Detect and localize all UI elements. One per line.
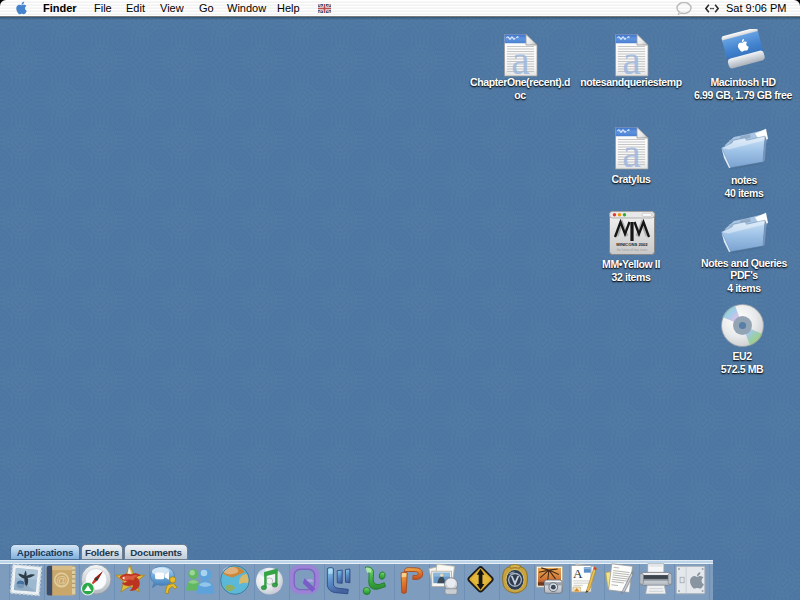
- svg-text:@: @: [56, 574, 67, 586]
- svg-text:A: A: [573, 566, 583, 581]
